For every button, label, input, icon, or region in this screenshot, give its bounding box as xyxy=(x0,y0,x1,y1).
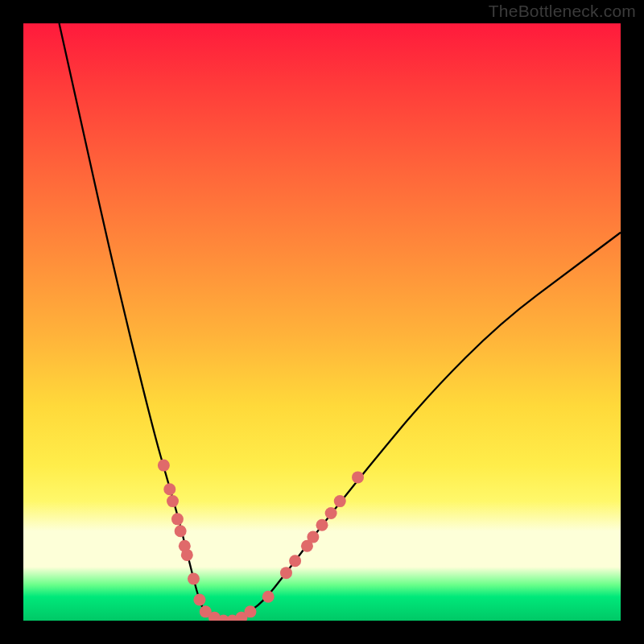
highlight-dot xyxy=(158,460,170,472)
highlight-dot xyxy=(289,555,301,567)
plot-area xyxy=(23,23,621,621)
highlight-dots xyxy=(158,460,364,621)
highlight-dot xyxy=(307,531,319,543)
chart-frame: TheBottleneck.com xyxy=(0,0,644,644)
highlight-dot xyxy=(280,567,292,579)
highlight-dot xyxy=(163,483,175,495)
highlight-dot xyxy=(325,507,337,519)
highlight-dot xyxy=(316,519,328,531)
highlight-dot xyxy=(262,591,275,603)
highlight-dot xyxy=(193,594,205,606)
highlight-dot xyxy=(171,513,184,525)
highlight-dot xyxy=(352,471,364,483)
highlight-dot xyxy=(167,495,179,507)
curve-overlay xyxy=(23,23,621,621)
highlight-dot xyxy=(244,605,256,617)
attribution-text: TheBottleneck.com xyxy=(489,2,636,21)
highlight-dot xyxy=(181,549,193,561)
highlight-dot xyxy=(334,495,346,507)
highlight-dot xyxy=(188,573,200,585)
highlight-dot xyxy=(175,525,187,537)
bottleneck-curve xyxy=(60,23,621,621)
